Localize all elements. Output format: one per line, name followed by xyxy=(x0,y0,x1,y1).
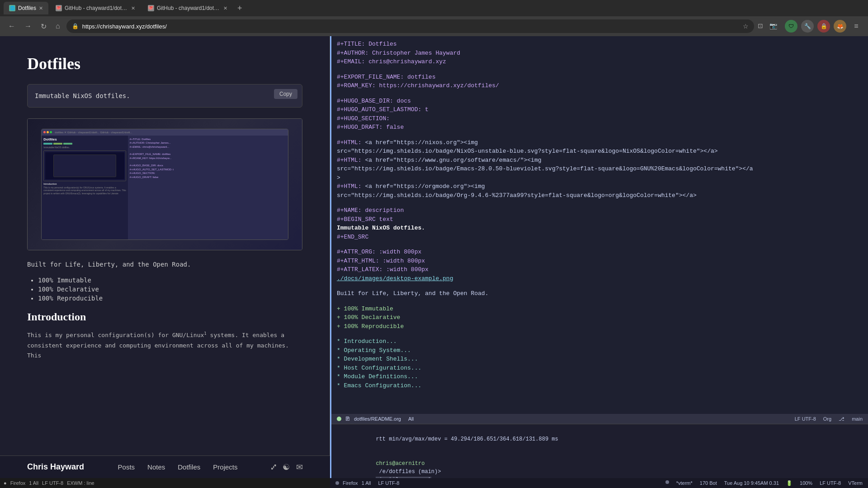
footer-brand: Chris Hayward xyxy=(27,462,84,472)
status-encoding: LF UTF-8 xyxy=(42,480,63,486)
badge-org xyxy=(63,143,72,145)
mock-dot-red xyxy=(43,131,46,133)
editor-line-author: #+AUTHOR: Christopher James Hayward xyxy=(337,49,863,58)
bottom-encoding: LF UTF-8 xyxy=(378,480,399,486)
new-tab-button[interactable]: + xyxy=(235,4,245,13)
browser-status-bar: ● Firefox 1 All LF UTF-8 EXWM : line xyxy=(0,478,330,488)
editor-status-bar: 🖹 dotfiles/README.org All LF UTF-8 Org ⎇… xyxy=(331,414,868,424)
menu-button[interactable]: ≡ xyxy=(850,20,863,33)
browser-content: Dotfiles Immutable NixOS dotfiles. Copy xyxy=(0,36,330,455)
editor-line-h3: * Development Shells... xyxy=(337,355,863,364)
intro-text-part1: This is my personal configuration(s) for… xyxy=(27,332,204,339)
battery-icon: 🔋 xyxy=(786,480,793,486)
status-firefox: Firefox xyxy=(10,480,26,486)
term-rtt-line: rtt min/avg/max/mdev = 49.294/186.651/36… xyxy=(337,427,863,451)
status-right: LF UTF-8 Org ⎇ main xyxy=(795,416,863,422)
mock-page-title: Dotfiles xyxy=(43,137,126,141)
editor-blank-6 xyxy=(337,283,863,289)
forward-button[interactable]: → xyxy=(22,20,34,32)
mock-content: Dotfiles Immutable NixOS dotfiles. xyxy=(42,136,288,240)
editor-area: #+TITLE: Dotfiles #+AUTHOR: Christopher … xyxy=(331,36,868,414)
social-icon-2[interactable]: ☯ xyxy=(283,462,290,472)
screenshot-mockup: dotfiles ✕ GitHub - chayward1/dotfi... G… xyxy=(41,129,288,240)
editor-line-html1-cont: src="https://img.shields.io/badge/NixOS-… xyxy=(337,147,863,156)
extension-icon-3[interactable]: 🔒 xyxy=(817,20,830,33)
mock-intro-heading: Introduction xyxy=(43,183,126,185)
editor-line-h6: * Emacs Configuration... xyxy=(337,381,863,390)
footer-link-dotfiles[interactable]: Dotfiles xyxy=(178,463,200,471)
tab-close-dotfiles[interactable]: ✕ xyxy=(39,5,43,11)
screenshot-icon[interactable]: 📷 xyxy=(769,22,778,30)
footer-link-projects[interactable]: Projects xyxy=(213,463,237,471)
bottom-datetime: Tue Aug 10 9:45AM 0.31 xyxy=(724,480,779,486)
back-button[interactable]: ← xyxy=(5,20,18,32)
mock-code-line6: #+HUGO_BASE_DIR: docs xyxy=(130,164,286,167)
editor-blank-5 xyxy=(337,241,863,248)
right-content: #+TITLE: Dotfiles #+AUTHOR: Christopher … xyxy=(330,36,868,478)
footer-link-posts[interactable]: Posts xyxy=(118,463,135,471)
editor-line-desc-content: Immutable NixOS dotfiles. xyxy=(337,224,863,233)
extension-icon-1[interactable]: 🛡 xyxy=(785,20,797,33)
mock-code-line3: #+EMAIL: chris@chrishayward... xyxy=(130,145,286,149)
editor-mode: Org xyxy=(823,416,831,422)
bottom-status-right: *vterm* 170 Bot Tue Aug 10 9:45AM 0.31 🔋… xyxy=(665,480,863,486)
tab-label-github1: GitHub - chayward1/dotfi... xyxy=(65,5,128,11)
home-button[interactable]: ⌂ xyxy=(53,20,63,32)
github-icon[interactable]: ⑇ xyxy=(271,462,276,472)
editor-line-html3: #+HTML: <a href="https://orgmode.org"><i… xyxy=(337,182,863,191)
editor-blank-4 xyxy=(337,200,863,206)
mock-code-line1: #+TITLE: Dotfiles xyxy=(130,137,286,141)
status-count: 1 All xyxy=(29,480,38,486)
bottom-right-encoding: LF UTF-8 xyxy=(820,480,841,486)
editor-line-html1: #+HTML: <a href="https://nixos.org"><img xyxy=(337,138,863,147)
address-bar[interactable]: 🔒 ☆ xyxy=(66,19,754,33)
page-title: Dotfiles xyxy=(27,54,302,73)
badge-emacs xyxy=(53,143,62,145)
editor-file-path: dotfiles/README.org xyxy=(354,416,401,422)
reload-button[interactable]: ↻ xyxy=(38,20,49,33)
tab-close-github1[interactable]: ✕ xyxy=(131,5,135,11)
mock-code-blank2 xyxy=(130,160,286,164)
mock-left-panel: Dotfiles Immutable NixOS dotfiles. xyxy=(42,136,128,240)
mock-code-line5: #+ROAM_KEY: https://chrishayw... xyxy=(130,156,286,160)
badge-nixos xyxy=(43,143,52,145)
mock-intro-text: This is my personal configuration(s) for… xyxy=(43,186,126,195)
tab-label-github2: GitHub - chayward1/dotfi... xyxy=(157,5,221,11)
tab-github2[interactable]: 🐙 GitHub - chayward1/dotfi... ✕ xyxy=(142,2,233,14)
tab-dotfiles[interactable]: 🌐 Dotfiles ✕ xyxy=(4,2,48,14)
bullet-list: 100% Immutable 100% Declarative 100% Rep… xyxy=(27,277,302,302)
tab-close-github2[interactable]: ✕ xyxy=(223,5,227,11)
editor-file-icon: 🖹 xyxy=(345,416,350,422)
tab-favicon-github1: 🐙 xyxy=(56,5,62,11)
left-wrapper: Dotfiles Immutable NixOS dotfiles. Copy xyxy=(0,36,330,488)
editor-line-hugo-base: #+HUGO_BASE_DIR: docs xyxy=(337,97,863,106)
editor-line-h5: * Module Definitions... xyxy=(337,372,863,381)
email-icon[interactable]: ✉ xyxy=(296,462,303,472)
tab-github1[interactable]: 🐙 GitHub - chayward1/dotfi... ✕ xyxy=(50,2,141,14)
screenshot-box: dotfiles ✕ GitHub - chayward1/dotfi... G… xyxy=(27,118,302,250)
address-input[interactable] xyxy=(82,23,739,30)
bookmark-icon[interactable]: ☆ xyxy=(743,23,749,30)
editor-line-hugo-draft: #+HUGO_DRAFT: false xyxy=(337,123,863,132)
editor-line-html2: #+HTML: <a href="https://www.gnu.org/sof… xyxy=(337,156,863,165)
editor-col-indicator: All xyxy=(408,416,414,422)
bottom-status-left: Firefox 1 All xyxy=(335,480,371,486)
mock-titlebar: dotfiles ✕ GitHub - chayward1/dotfi... G… xyxy=(42,129,288,136)
bullet-2: 100% Declarative xyxy=(38,286,302,293)
editor-line-attr-html: #+ATTR_HTML: :width 800px xyxy=(337,257,863,266)
intro-heading: Introduction xyxy=(27,311,302,323)
copy-button[interactable]: Copy xyxy=(274,89,297,99)
reader-view-icon[interactable]: ⊡ xyxy=(758,22,766,30)
editor-line-body: Built for Life, Liberty, and the Open Ro… xyxy=(337,289,863,298)
mock-tab-label: dotfiles ✕ GitHub - chayward1/dotfi... G… xyxy=(55,131,132,134)
editor-line-img-link: ./docs/images/desktop-example.png xyxy=(337,274,863,283)
editor-blank-3 xyxy=(337,132,863,138)
bullet-1: 100% Immutable xyxy=(38,277,302,284)
extension-icon-4[interactable]: 🦊 xyxy=(834,20,846,33)
bottom-dot-left xyxy=(335,481,339,485)
editor-line-h4: * Host Configurations... xyxy=(337,364,863,373)
toolbar-right: 🛡 🔧 🔒 🦊 ≡ xyxy=(785,20,863,33)
editor-encoding: LF UTF-8 xyxy=(795,416,816,422)
extension-icon-2[interactable]: 🔧 xyxy=(801,20,814,33)
footer-link-notes[interactable]: Notes xyxy=(147,463,165,471)
